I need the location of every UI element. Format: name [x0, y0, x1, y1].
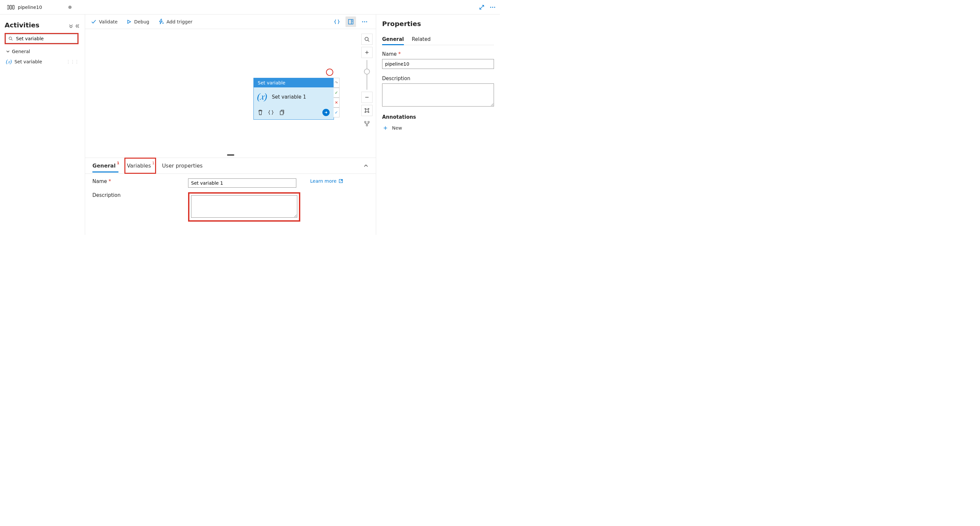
chevron-down-icon — [6, 49, 10, 53]
braces-icon — [334, 19, 340, 25]
activities-sidebar: Activities General (𝑥) Set variable — [0, 14, 85, 235]
debug-label: Debug — [134, 19, 149, 24]
svg-rect-18 — [366, 109, 368, 112]
description-label: Description — [92, 192, 178, 198]
zoom-slider-knob[interactable] — [364, 68, 370, 75]
pipeline-tab-label: pipeline10 — [18, 5, 42, 10]
search-icon — [364, 37, 369, 42]
activity-search-input[interactable] — [16, 36, 75, 41]
properties-toggle-button[interactable] — [345, 16, 356, 27]
canvas-tool-rail — [361, 33, 372, 129]
svg-line-17 — [368, 40, 369, 41]
chevron-double-left-icon[interactable] — [75, 24, 80, 29]
tab-variables[interactable]: Variables 1 — [127, 159, 154, 172]
add-annotation-label: New — [392, 125, 402, 130]
activity-settings-panel: General 1 Variables 1 User properties — [85, 157, 376, 235]
svg-point-13 — [364, 21, 365, 22]
debug-button[interactable]: Debug — [127, 19, 149, 24]
svg-point-14 — [366, 21, 367, 22]
validate-button[interactable]: Validate — [91, 19, 118, 24]
activity-node-set-variable[interactable]: Set variable (𝑥) Set variable 1 — [253, 78, 334, 120]
add-trigger-button[interactable]: Add trigger — [158, 19, 192, 25]
connector-success-icon[interactable]: ✓ — [334, 88, 339, 98]
fit-icon — [364, 108, 369, 113]
copy-icon[interactable] — [279, 110, 284, 115]
svg-point-5 — [494, 6, 495, 8]
props-tab-general[interactable]: General — [382, 33, 404, 45]
drag-handle-icon[interactable]: ⋮⋮⋮ — [66, 59, 79, 64]
props-tab-related[interactable]: Related — [412, 33, 431, 45]
search-icon — [9, 36, 13, 41]
canvas-search-button[interactable] — [361, 33, 372, 45]
split-handle[interactable] — [85, 154, 376, 157]
annotations-label: Annotations — [382, 114, 494, 120]
editor-toolbar: Validate Debug Add trigger — [85, 14, 376, 29]
learn-more-link[interactable]: Learn more — [310, 178, 343, 184]
layout-icon — [364, 121, 370, 127]
group-label: General — [12, 49, 30, 54]
svg-point-4 — [492, 6, 493, 8]
lightning-plus-icon — [158, 19, 164, 25]
add-annotation-button[interactable]: ＋ New — [382, 123, 494, 132]
svg-point-16 — [365, 37, 368, 41]
tab-user-properties-label: User properties — [162, 162, 203, 169]
minus-icon — [364, 95, 369, 100]
pipeline-name-input[interactable] — [382, 59, 494, 69]
external-link-icon — [339, 179, 343, 183]
arrow-right-icon — [324, 110, 328, 114]
add-trigger-label: Add trigger — [166, 19, 192, 24]
svg-rect-1 — [10, 5, 11, 9]
pipeline-canvas[interactable]: Set variable (𝑥) Set variable 1 — [85, 29, 376, 154]
svg-rect-21 — [366, 125, 368, 126]
validate-label: Validate — [99, 19, 118, 24]
tab-variables-highlight: Variables 1 — [124, 157, 156, 174]
group-general[interactable]: General — [5, 46, 80, 57]
props-name-label: Name * — [382, 51, 494, 57]
pipeline-tab[interactable]: pipeline10 — [4, 0, 75, 14]
connector-completion-icon[interactable]: ✓ — [334, 108, 339, 118]
collapse-panel-button[interactable] — [363, 163, 369, 168]
fit-button[interactable] — [361, 105, 372, 116]
delete-icon[interactable] — [258, 110, 263, 115]
plus-icon — [364, 50, 369, 55]
connector-failure-icon[interactable]: ✕ — [334, 98, 339, 108]
properties-title: Properties — [382, 20, 494, 28]
variable-icon: (𝑥) — [257, 91, 267, 102]
description-highlight — [188, 192, 300, 222]
annotation-circle — [326, 68, 333, 76]
props-description-label: Description — [382, 76, 494, 81]
tab-general-label: General — [92, 162, 116, 169]
zoom-in-button[interactable] — [361, 47, 372, 58]
auto-layout-button[interactable] — [361, 118, 372, 129]
connector-undo-icon[interactable]: ↷ — [334, 78, 339, 88]
svg-rect-20 — [368, 121, 369, 123]
node-title: Set variable — [254, 78, 334, 87]
activity-set-variable[interactable]: (𝑥) Set variable ⋮⋮⋮ — [5, 57, 80, 67]
expand-window-icon[interactable] — [479, 4, 485, 10]
tab-general[interactable]: General 1 — [92, 159, 118, 172]
braces-icon[interactable] — [268, 110, 274, 115]
activity-description-input[interactable] — [191, 195, 297, 218]
activity-name-input[interactable] — [188, 178, 296, 188]
tab-variables-badge: 1 — [153, 161, 154, 165]
zoom-out-button[interactable] — [361, 92, 372, 103]
titlebar-more-button[interactable] — [489, 5, 496, 10]
svg-point-6 — [9, 37, 11, 40]
arrow-right-button[interactable] — [322, 109, 329, 116]
name-label: Name * — [92, 178, 178, 184]
properties-panel-icon — [348, 19, 354, 25]
learn-more-label: Learn more — [310, 178, 337, 184]
node-name: Set variable 1 — [272, 94, 306, 100]
chevron-double-down-icon[interactable] — [68, 24, 73, 29]
tab-user-properties[interactable]: User properties — [162, 159, 203, 172]
unsaved-indicator-icon — [68, 6, 72, 9]
svg-rect-2 — [13, 5, 14, 9]
svg-point-3 — [490, 6, 491, 8]
chevron-up-icon — [363, 163, 369, 168]
tab-general-badge: 1 — [117, 161, 119, 165]
code-view-button[interactable] — [332, 16, 342, 27]
svg-rect-15 — [280, 111, 283, 115]
titlebar: pipeline10 — [0, 0, 500, 14]
toolbar-more-button[interactable] — [360, 16, 370, 27]
pipeline-description-input[interactable] — [382, 83, 494, 106]
